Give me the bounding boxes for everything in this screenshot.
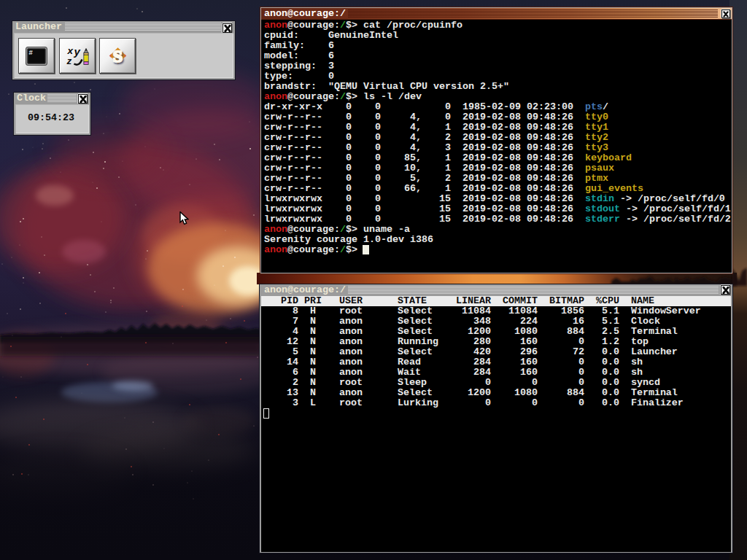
svg-text:x: x (66, 46, 73, 56)
svg-text:S: S (112, 47, 122, 66)
svg-text:z: z (66, 55, 71, 66)
svg-text:#: # (28, 49, 33, 57)
svg-text:y: y (73, 46, 80, 58)
